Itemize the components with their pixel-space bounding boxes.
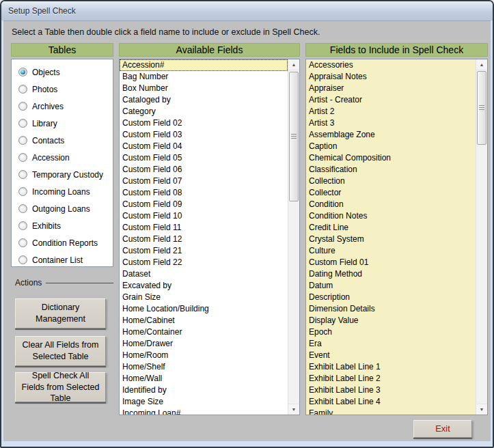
radio-button-icon[interactable] <box>18 102 27 111</box>
scrollbar-track[interactable] <box>477 71 486 403</box>
include-field-item[interactable]: Artist 2 <box>306 106 476 117</box>
available-field-item[interactable]: Excavated by <box>120 280 288 292</box>
available-field-item[interactable]: Bag Number <box>120 71 288 83</box>
include-field-item[interactable]: Display Value <box>306 315 476 326</box>
dictionary-management-button[interactable]: Dictionary Management <box>15 298 106 328</box>
table-radio-option[interactable]: Accession <box>18 149 113 166</box>
available-field-item[interactable]: Incoming Loan# <box>120 408 288 415</box>
table-radio-option[interactable]: Outgoing Loans <box>18 200 113 217</box>
scroll-up-icon[interactable]: ▲ <box>476 59 487 70</box>
include-field-item[interactable]: Condition <box>306 199 476 210</box>
available-field-item[interactable]: Custom Field 12 <box>120 234 288 245</box>
include-field-item[interactable]: Crystal System <box>306 234 476 245</box>
include-field-item[interactable]: Assemblage Zone <box>306 129 476 141</box>
scroll-down-icon[interactable]: ▼ <box>288 404 299 415</box>
table-radio-option[interactable]: Photos <box>18 81 113 98</box>
available-field-item[interactable]: Home/Cabinet <box>120 315 288 326</box>
radio-button-icon[interactable] <box>18 153 27 162</box>
available-field-item[interactable]: Home/Shelf <box>120 361 288 373</box>
include-field-item[interactable]: Artist 3 <box>306 117 476 129</box>
table-radio-option[interactable]: Contacts <box>18 132 113 149</box>
available-field-item[interactable]: Custom Field 03 <box>120 129 288 141</box>
available-field-item[interactable]: Cataloged by <box>120 94 288 106</box>
include-field-item[interactable]: Era <box>306 338 476 350</box>
include-field-item[interactable]: Classification <box>306 164 476 176</box>
include-field-item[interactable]: Caption <box>306 141 476 152</box>
spell-check-all-fields-button[interactable]: Spell Check All Fields from Selected Tab… <box>15 372 106 402</box>
include-field-item[interactable]: Culture <box>306 245 476 257</box>
available-field-item[interactable]: Custom Field 08 <box>120 187 288 199</box>
available-fields-scrollbar[interactable]: ▲ ▼ <box>288 59 299 415</box>
radio-button-icon[interactable] <box>18 68 27 76</box>
available-field-item[interactable]: Custom Field 04 <box>120 141 288 152</box>
include-field-item[interactable]: Exhibit Label Line 4 <box>306 396 476 408</box>
available-fields-listbox[interactable]: Accession#Bag NumberBox NumberCataloged … <box>119 59 300 415</box>
include-field-item[interactable]: Dating Method <box>306 268 476 280</box>
table-radio-option[interactable]: Temporary Custody <box>18 166 113 183</box>
scroll-up-icon[interactable]: ▲ <box>288 59 299 70</box>
table-radio-option[interactable]: Objects <box>18 64 113 81</box>
table-radio-option[interactable]: Archives <box>18 98 113 115</box>
available-field-item[interactable]: Dataset <box>120 268 288 280</box>
include-field-item[interactable]: Collection <box>306 176 476 187</box>
table-radio-option[interactable]: Library <box>18 115 113 132</box>
available-field-item[interactable]: Home Location/Building <box>120 303 288 315</box>
available-field-item[interactable]: Custom Field 05 <box>120 152 288 164</box>
radio-button-icon[interactable] <box>18 85 27 94</box>
table-radio-option[interactable]: Condition Reports <box>18 234 113 251</box>
available-field-item[interactable]: Box Number <box>120 83 288 94</box>
scrollbar-thumb[interactable] <box>477 71 486 145</box>
available-field-item[interactable]: Home/Drawer <box>120 338 288 350</box>
available-field-item[interactable]: Custom Field 06 <box>120 164 288 176</box>
include-field-item[interactable]: Family <box>306 408 476 415</box>
include-fields-listbox[interactable]: AccessoriesAppraisal NotesAppraiserArtis… <box>305 59 488 415</box>
exit-button[interactable]: Exit <box>413 420 472 438</box>
table-radio-option[interactable]: Incoming Loans <box>18 183 113 200</box>
include-field-item[interactable]: Artist - Creator <box>306 94 476 106</box>
available-field-item[interactable]: Custom Field 09 <box>120 199 288 210</box>
table-radio-option[interactable]: Container List <box>18 251 113 268</box>
include-field-item[interactable]: Condition Notes <box>306 210 476 222</box>
include-field-item[interactable]: Appraisal Notes <box>306 71 476 83</box>
include-field-item[interactable]: Exhibit Label Line 1 <box>306 361 476 373</box>
scroll-down-icon[interactable]: ▼ <box>476 404 487 415</box>
available-field-item[interactable]: Category <box>120 106 288 117</box>
include-field-item[interactable]: Chemical Composition <box>306 152 476 164</box>
radio-button-icon[interactable] <box>18 255 27 264</box>
radio-button-icon[interactable] <box>18 204 27 213</box>
include-field-item[interactable]: Description <box>306 292 476 303</box>
include-field-item[interactable]: Dimension Details <box>306 303 476 315</box>
clear-all-fields-button[interactable]: Clear All Fields from Selected Table <box>15 336 106 366</box>
available-field-item[interactable]: Custom Field 07 <box>120 176 288 187</box>
scrollbar-thumb[interactable] <box>289 72 299 201</box>
available-field-item[interactable]: Custom Field 02 <box>120 117 288 129</box>
available-field-item[interactable]: Custom Field 21 <box>120 245 288 257</box>
radio-button-icon[interactable] <box>18 238 27 247</box>
available-field-item[interactable]: Grain Size <box>120 292 288 303</box>
include-field-item[interactable]: Exhibit Label Line 3 <box>306 384 476 396</box>
include-field-item[interactable]: Accessories <box>306 59 476 71</box>
include-field-item[interactable]: Custom Field 01 <box>306 257 476 268</box>
include-field-item[interactable]: Datum <box>306 280 476 292</box>
titlebar[interactable]: Setup Spell Check <box>1 1 493 20</box>
radio-button-icon[interactable] <box>18 221 27 230</box>
radio-button-icon[interactable] <box>18 187 27 196</box>
available-field-item[interactable]: Home/Container <box>120 326 288 338</box>
available-field-item[interactable]: Custom Field 11 <box>120 222 288 234</box>
available-field-item[interactable]: Image Size <box>120 396 288 408</box>
include-field-item[interactable]: Credit Line <box>306 222 476 234</box>
include-field-item[interactable]: Event <box>306 350 476 361</box>
available-field-item[interactable]: Identified by <box>120 384 288 396</box>
available-field-item[interactable]: Custom Field 22 <box>120 257 288 268</box>
available-field-item[interactable]: Home/Wall <box>120 373 288 384</box>
include-field-item[interactable]: Epoch <box>306 326 476 338</box>
include-fields-scrollbar[interactable]: ▲ ▼ <box>476 59 487 415</box>
radio-button-icon[interactable] <box>18 136 27 145</box>
radio-button-icon[interactable] <box>18 170 27 179</box>
available-field-item[interactable]: Home/Room <box>120 350 288 361</box>
available-field-item[interactable]: Custom Field 10 <box>120 210 288 222</box>
include-field-item[interactable]: Appraiser <box>306 83 476 94</box>
include-field-item[interactable]: Exhibit Label Line 2 <box>306 373 476 384</box>
radio-button-icon[interactable] <box>18 119 27 128</box>
table-radio-option[interactable]: Exhibits <box>18 217 113 234</box>
